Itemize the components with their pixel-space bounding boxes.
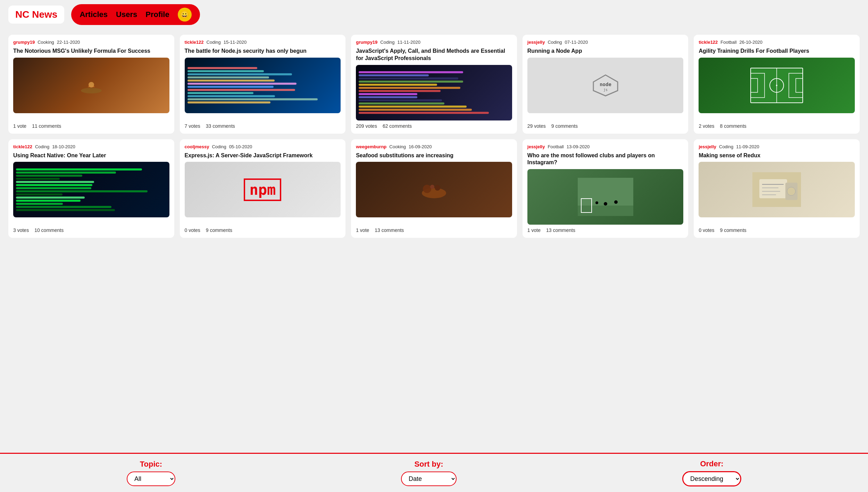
order-select[interactable]: DescendingAscending (682, 471, 741, 486)
card-author[interactable]: jessjelly (699, 144, 716, 149)
card-author[interactable]: grumpy19 (13, 40, 35, 45)
card-topic: Coding (719, 144, 733, 149)
nav-articles[interactable]: Articles (80, 10, 108, 19)
svg-point-16 (435, 185, 440, 191)
card-date: 11-09-2020 (736, 144, 759, 149)
card-meta: grumpy19 Coding 11-11-2020 (356, 40, 512, 45)
article-card[interactable]: grumpy19 Cooking 22-11-2020 The Notoriou… (8, 35, 174, 134)
card-date: 05-10-2020 (229, 144, 252, 149)
card-author[interactable]: tickle122 (699, 40, 718, 45)
card-meta: cooljmessy Coding 05-10-2020 (185, 144, 341, 149)
nav-profile[interactable]: Profile (145, 10, 169, 19)
svg-point-23 (614, 200, 618, 204)
topic-filter-group: Topic: AllCookingCodingFootball (127, 460, 175, 486)
article-card[interactable]: tickle122 Coding 15-11-2020 The battle f… (180, 35, 346, 134)
card-stats: 7 votes 33 comments (185, 123, 341, 129)
card-title: Making sense of Redux (699, 152, 855, 159)
vote-count: 29 votes (527, 123, 546, 129)
card-stats: 1 vote 13 comments (527, 227, 684, 233)
article-card[interactable]: weegemburnp Cooking 16-09-2020 Seafood s… (351, 139, 517, 238)
comment-count: 9 comments (720, 227, 746, 233)
comment-count: 33 comments (206, 123, 235, 129)
card-meta: tickle122 Coding 15-11-2020 (185, 40, 341, 45)
card-title: The battle for Node.js security has only… (185, 48, 341, 55)
card-stats: 1 vote 13 comments (356, 227, 512, 233)
card-author[interactable]: weegemburnp (356, 144, 386, 149)
card-title: Seafood substitutions are increasing (356, 152, 512, 159)
sort-filter-group: Sort by: DateVotesComments (401, 460, 457, 486)
card-meta: grumpy19 Cooking 22-11-2020 (13, 40, 169, 45)
card-date: 26-10-2020 (740, 40, 763, 45)
card-topic: Coding (548, 40, 562, 45)
svg-point-1 (89, 82, 94, 87)
svg-point-24 (595, 201, 598, 204)
card-date: 22-11-2020 (57, 40, 80, 45)
comment-count: 10 comments (34, 227, 64, 233)
card-topic: Coding (35, 144, 49, 149)
card-meta: jessjelly Coding 07-11-2020 (527, 40, 684, 45)
topic-label: Topic: (140, 460, 162, 469)
article-card[interactable]: cooljmessy Coding 05-10-2020 Express.js:… (180, 139, 346, 238)
article-card[interactable]: tickle122 Football 26-10-2020 Agility Tr… (694, 35, 860, 134)
card-title: Express.js: A Server-Side JavaScript Fra… (185, 152, 341, 159)
vote-count: 3 votes (13, 227, 29, 233)
card-topic: Coding (207, 40, 221, 45)
article-card[interactable]: grumpy19 Coding 11-11-2020 JavaScript's … (351, 35, 517, 134)
card-author[interactable]: tickle122 (13, 144, 32, 149)
card-author[interactable]: jessjelly (527, 40, 545, 45)
nav-users[interactable]: Users (116, 10, 137, 19)
card-date: 11-11-2020 (398, 40, 421, 45)
card-author[interactable]: jessjelly (527, 144, 545, 149)
card-stats: 0 votes 9 comments (699, 227, 855, 233)
svg-rect-26 (759, 179, 787, 198)
card-title: Running a Node App (527, 48, 684, 55)
svg-point-0 (81, 88, 102, 93)
card-date: 16-09-2020 (409, 144, 432, 149)
svg-point-17 (430, 185, 434, 189)
card-topic: Football (720, 40, 736, 45)
vote-count: 1 vote (356, 227, 369, 233)
vote-count: 1 vote (13, 123, 26, 129)
card-author[interactable]: cooljmessy (185, 144, 209, 149)
svg-rect-19 (578, 206, 633, 216)
article-card[interactable]: jessjelly Coding 07-11-2020 Running a No… (523, 35, 688, 134)
sort-label: Sort by: (414, 460, 443, 469)
articles-grid: grumpy19 Cooking 22-11-2020 The Notoriou… (8, 35, 860, 238)
article-card[interactable]: jessjelly Football 13-09-2020 Who are th… (523, 139, 688, 238)
card-title: Agility Training Drills For Football Pla… (699, 48, 855, 55)
header: NC News Articles Users Profile 😀 (0, 0, 868, 29)
comment-count: 11 comments (32, 123, 61, 129)
nav-bar: Articles Users Profile 😀 (71, 4, 200, 25)
profile-icon-button[interactable]: 😀 (178, 8, 192, 22)
comment-count: 9 comments (551, 123, 578, 129)
sort-select[interactable]: DateVotesComments (401, 472, 457, 486)
topic-select[interactable]: AllCookingCodingFootball (127, 472, 175, 486)
comment-count: 8 comments (720, 123, 746, 129)
svg-text:js: js (603, 88, 608, 92)
vote-count: 209 votes (356, 123, 377, 129)
card-stats: 1 vote 11 comments (13, 123, 169, 129)
card-stats: 29 votes 9 comments (527, 123, 684, 129)
card-topic: Cooking (389, 144, 406, 149)
card-meta: tickle122 Coding 18-10-2020 (13, 144, 169, 149)
order-filter-group: Order: DescendingAscending (682, 459, 741, 486)
card-stats: 0 votes 9 comments (185, 227, 341, 233)
bottom-bar: Topic: AllCookingCodingFootball Sort by:… (0, 453, 868, 492)
card-stats: 2 votes 8 comments (699, 123, 855, 129)
card-title: JavaScript's Apply, Call, and Bind Metho… (356, 48, 512, 62)
vote-count: 0 votes (185, 227, 200, 233)
svg-point-22 (604, 202, 607, 206)
card-title: Who are the most followed clubs and play… (527, 152, 684, 167)
card-stats: 209 votes 62 comments (356, 123, 512, 129)
logo: NC News (15, 9, 57, 20)
card-meta: weegemburnp Cooking 16-09-2020 (356, 144, 512, 149)
card-author[interactable]: grumpy19 (356, 40, 377, 45)
article-card[interactable]: tickle122 Coding 18-10-2020 Using React … (8, 139, 174, 238)
card-topic: Coding (212, 144, 226, 149)
svg-point-15 (423, 185, 431, 193)
comment-count: 13 comments (546, 227, 575, 233)
article-card[interactable]: jessjelly Coding 11-09-2020 Making sense… (694, 139, 860, 238)
card-topic: Football (548, 144, 564, 149)
comment-count: 9 comments (206, 227, 232, 233)
card-author[interactable]: tickle122 (185, 40, 204, 45)
